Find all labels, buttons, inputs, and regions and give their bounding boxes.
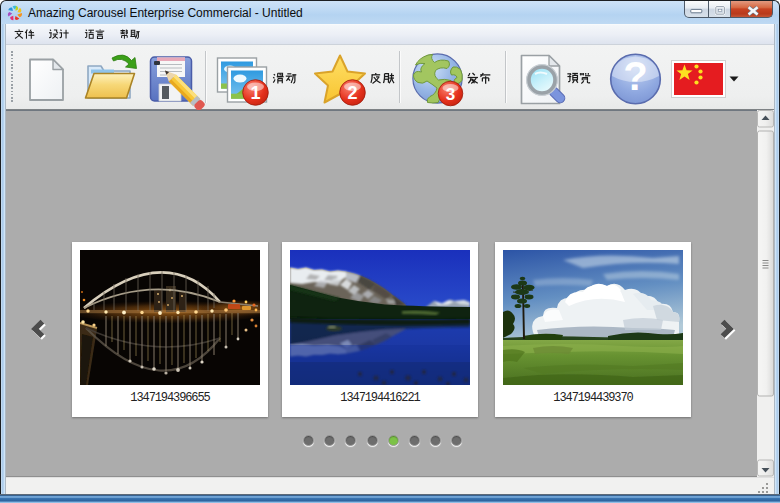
svg-text:?: ? xyxy=(623,54,647,98)
svg-text:1: 1 xyxy=(250,83,260,103)
svg-text:2: 2 xyxy=(347,83,357,103)
svg-text:3: 3 xyxy=(446,85,455,104)
